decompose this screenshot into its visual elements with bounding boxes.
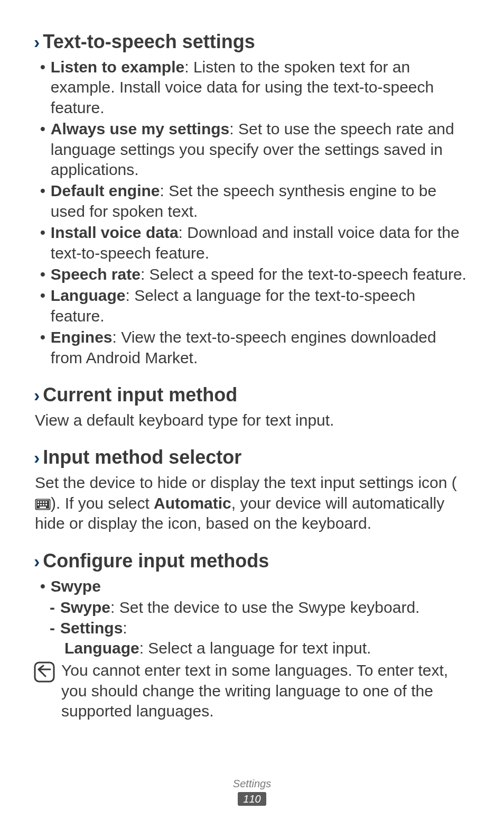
list-item: • Install voice data: Download and insta… bbox=[40, 223, 470, 263]
section-title: Current input method bbox=[43, 383, 237, 407]
svg-rect-6 bbox=[38, 504, 39, 505]
bullet-icon: • bbox=[40, 286, 45, 326]
list-item: • Language: Select a language for the te… bbox=[40, 286, 470, 326]
section-desc: View a default keyboard type for text in… bbox=[34, 410, 470, 430]
bullet-icon: • bbox=[40, 119, 45, 180]
swype-language-line: Language: Select a language for text inp… bbox=[34, 638, 470, 658]
list-item: - Swype: Set the device to use the Swype… bbox=[50, 597, 470, 618]
page-number-badge: 110 bbox=[238, 792, 266, 806]
chevron-right-icon: › bbox=[34, 552, 38, 570]
svg-rect-5 bbox=[45, 501, 47, 503]
note-text: You cannot enter text in some languages.… bbox=[61, 660, 470, 721]
svg-rect-8 bbox=[43, 504, 44, 505]
list-item: • Engines: View the text-to-speech engin… bbox=[40, 327, 470, 368]
chevron-right-icon: › bbox=[34, 386, 38, 404]
svg-rect-10 bbox=[40, 507, 46, 508]
svg-rect-4 bbox=[43, 501, 44, 503]
dash-icon: - bbox=[50, 618, 55, 638]
page-footer: Settings 110 bbox=[0, 777, 504, 806]
swype-subbullets: - Swype: Set the device to use the Swype… bbox=[34, 597, 470, 638]
section-title: Configure input methods bbox=[43, 549, 269, 573]
svg-rect-3 bbox=[40, 501, 42, 503]
chevron-right-icon: › bbox=[34, 33, 38, 51]
list-item: • Default engine: Set the speech synthes… bbox=[40, 181, 470, 222]
list-item: - Settings: bbox=[50, 618, 470, 638]
section-heading-current-input: › Current input method bbox=[34, 383, 470, 407]
section-heading-tts: › Text-to-speech settings bbox=[34, 30, 470, 54]
bullet-icon: • bbox=[40, 327, 45, 368]
bullet-icon: • bbox=[40, 181, 45, 222]
chevron-right-icon: › bbox=[34, 448, 38, 466]
note-block: You cannot enter text in some languages.… bbox=[34, 660, 470, 721]
footer-breadcrumb: Settings bbox=[233, 777, 271, 791]
dash-icon: - bbox=[50, 597, 55, 618]
list-item: • Always use my settings: Set to use the… bbox=[40, 119, 470, 180]
bullet-icon: • bbox=[40, 264, 45, 284]
bullet-icon: • bbox=[40, 223, 45, 263]
section-desc: Set the device to hide or display the te… bbox=[34, 473, 470, 533]
keyboard-icon bbox=[35, 499, 51, 510]
list-item: • Listen to example: Listen to the spoke… bbox=[40, 57, 470, 118]
svg-rect-9 bbox=[45, 504, 47, 505]
svg-rect-2 bbox=[38, 501, 39, 503]
section-title: Input method selector bbox=[43, 445, 241, 470]
bullet-icon: • bbox=[40, 57, 45, 118]
list-item: • Swype bbox=[40, 576, 470, 596]
configure-bullet-list: • Swype bbox=[34, 576, 470, 596]
bullet-icon: • bbox=[40, 576, 45, 596]
section-title: Text-to-speech settings bbox=[43, 30, 255, 54]
tts-bullet-list: • Listen to example: Listen to the spoke… bbox=[34, 57, 470, 368]
list-item: • Speech rate: Select a speed for the te… bbox=[40, 264, 470, 284]
section-heading-configure: › Configure input methods bbox=[34, 549, 470, 573]
section-heading-input-selector: › Input method selector bbox=[34, 445, 470, 470]
note-icon bbox=[34, 661, 55, 721]
svg-rect-11 bbox=[35, 663, 54, 682]
svg-rect-7 bbox=[40, 504, 42, 505]
